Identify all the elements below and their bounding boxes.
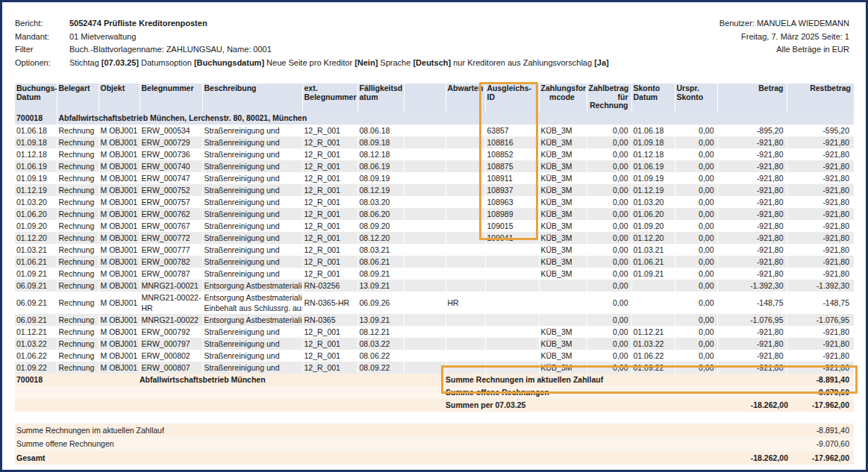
cell-faelligkeitsdatum: 08.03.21 — [357, 244, 404, 256]
cell-restbetrag: -921,80 — [787, 338, 854, 350]
cell-urspr_skonto: 0,00 — [675, 244, 717, 256]
cell-ext_belegnummer: 12_R_001 — [302, 326, 357, 338]
summary-label: Summe offene Rechnungen — [446, 386, 549, 399]
column-header-zahlbetrag: Zahlbetrag fürRechnung — [587, 84, 631, 112]
summary-label: Summe Rechnungen im aktuellen Zahllauf — [446, 374, 603, 386]
column-header-buchungsdatum: Buchungs-Datum — [15, 84, 57, 112]
cell-urspr_skonto: 0,00 — [675, 268, 717, 280]
cell-faelligkeitsdatum: 08.09.18 — [357, 136, 404, 148]
cell-ext_belegnummer: 12_R_001 — [302, 160, 357, 172]
cell-zahlbetrag: 0,00 — [587, 314, 631, 326]
cell-zahlungsformcode: KÜB_3M — [539, 172, 587, 184]
summary-restbetrag: -9.070,60 — [817, 437, 849, 451]
grand-summary-row: Summe offene Rechnungen-9.070,60 — [15, 437, 854, 451]
cell-beschreibung: Straßenreinigung und — [202, 136, 302, 148]
group-summary-row: 700018Abfallwirtschaftsbetrieb MünchenSu… — [15, 374, 854, 386]
table-row: 01.03.22RechnungM OBJ001ERW_000797Straße… — [15, 338, 854, 350]
cell-objekt: M OBJ001 — [99, 184, 140, 196]
cell-faelligkeitsdatum: 06.09.26 — [357, 292, 404, 314]
kreditorenposten-table: Buchungs-DatumBelegartObjektBelegnummerB… — [15, 84, 854, 374]
cell-zahlungsformcode: KÜB_3M — [539, 196, 587, 208]
cell-zahlungsformcode: KÜB_3M — [539, 350, 587, 362]
cell-ext_belegnummer: 12_R_001 — [302, 148, 357, 160]
cell-urspr_skonto: 0,00 — [675, 160, 717, 172]
cell-skonto_datum: 01.06.20 — [631, 208, 675, 220]
cell-restbetrag: -921,80 — [787, 268, 854, 280]
cell-betrag: -148,75 — [717, 292, 787, 314]
cell-restbetrag: -921,80 — [787, 136, 854, 148]
cell-ext_belegnummer: 12_R_001 — [302, 244, 357, 256]
cell-belegart: Rechnung — [57, 220, 99, 232]
column-header-urspr_skonto: Urspr.Skonto — [675, 84, 717, 112]
cell-ext_belegnummer: 12_R_001 — [302, 256, 357, 268]
cell-betrag: -921,80 — [717, 338, 787, 350]
cell-ext_belegnummer: 12_R_001 — [302, 172, 357, 184]
cell-betrag: -921,80 — [717, 256, 787, 268]
cell-restbetrag: -1.076,95 — [787, 314, 854, 326]
cell-betrag: -921,80 — [717, 160, 787, 172]
cell-ext_belegnummer: 12_R_001 — [302, 208, 357, 220]
cell-urspr_skonto: 0,00 — [675, 172, 717, 184]
vendor-group-nr: 700018 — [15, 112, 57, 125]
cell-buchungsdatum: 01.03.22 — [15, 338, 57, 350]
cell-belegart: Rechnung — [57, 314, 99, 326]
table-row: 01.06.18RechnungM OBJ001ERW_000534Straße… — [15, 125, 854, 136]
filter-label: Filter — [15, 43, 69, 57]
cell-urspr_skonto: 0,00 — [675, 326, 717, 338]
cell-abwarten — [446, 125, 485, 136]
cell-skonto_datum: 01.12.20 — [631, 232, 675, 244]
cell-ext_belegnummer: 12_R_001 — [302, 232, 357, 244]
cell-belegart: Rechnung — [57, 196, 99, 208]
column-header-beschreibung: Beschreibung — [202, 84, 302, 112]
cell-ausgleichs_id — [485, 256, 539, 268]
cell-zahlbetrag: 0,00 — [587, 244, 631, 256]
optionen-segment: [Deutsch] — [413, 58, 451, 67]
cell-ausgleichs_id: 108875 — [485, 160, 539, 172]
cell-skonto_datum: 01.06.21 — [631, 256, 675, 268]
optionen-value: Stichtag [07.03.25] Datumsoption [Buchun… — [69, 57, 609, 70]
cell-betrag: -921,80 — [717, 326, 787, 338]
cell-ausgleichs_id — [485, 292, 539, 314]
cell-zahlungsformcode: KÜB_3M — [539, 125, 587, 136]
cell-abwarten — [446, 256, 485, 268]
cell-betrag: -921,80 — [717, 148, 787, 160]
cell-ausgleichs_id: 109041 — [485, 232, 539, 244]
cell-belegnummer: ERW_000782 — [140, 256, 202, 268]
cell-zahlbetrag: 0,00 — [587, 184, 631, 196]
cell-faelligkeitsdatum: 08.09.20 — [357, 220, 404, 232]
vendor-group-header-row: 700018Abfallwirtschaftsbetrieb München, … — [15, 112, 854, 125]
cell-skonto_datum: 01.03.21 — [631, 244, 675, 256]
report-page: Bericht: 5052474 Prüfliste Kreditorenpos… — [0, 0, 868, 472]
cell-betrag: -921,80 — [717, 208, 787, 220]
cell-beschreibung: Straßenreinigung und — [202, 268, 302, 280]
cell-ausgleichs_id: 108963 — [485, 196, 539, 208]
cell-ext_belegnummer: 12_R_001 — [302, 268, 357, 280]
cell-faelligkeitsdatum: 13.09.21 — [357, 314, 404, 326]
cell-ext_belegnummer: 12_R_001 — [302, 196, 357, 208]
table-row: 01.09.22RechnungM OBJ001ERW_000807Straße… — [15, 362, 854, 374]
filter-value: Buch.-Blattvorlagenname: ZAHLUNGSAU, Nam… — [69, 43, 609, 57]
cell-restbetrag: -921,80 — [787, 208, 854, 220]
cell-zahlbetrag: 0,00 — [587, 232, 631, 244]
cell-betrag: -921,80 — [717, 184, 787, 196]
cell-restbetrag: -921,80 — [787, 196, 854, 208]
cell-ausgleichs_id — [485, 362, 539, 374]
cell-beschreibung: Straßenreinigung und — [202, 362, 302, 374]
benutzer-line: Benutzer: MANUELA WIEDEMANN — [719, 17, 849, 31]
cell-faelligkeitsdatum: 08.12.19 — [357, 184, 404, 196]
cell-restbetrag: -921,80 — [787, 244, 854, 256]
cell-objekt: M OBJ001 — [99, 362, 140, 374]
table-row: 01.06.19RechnungM OBJ001ERW_000740Straße… — [15, 160, 854, 172]
cell-objekt: M OBJ001 — [99, 244, 140, 256]
table-row: 01.03.21RechnungM OBJ001ERW_000777Straße… — [15, 244, 854, 256]
vendor-group-summary: 700018Abfallwirtschaftsbetrieb MünchenSu… — [15, 374, 854, 412]
column-header-restbetrag: Restbetrag — [787, 84, 854, 112]
grand-summary-row: Gesamt-18.262,00-17.962,00 — [15, 451, 854, 465]
cell-zahlungsformcode — [539, 280, 587, 292]
table-row: 01.06.20RechnungM OBJ001ERW_000762Straße… — [15, 208, 854, 220]
cell-spacer — [404, 232, 446, 244]
summary-label: Summen per 07.03.25 — [446, 399, 525, 412]
cell-spacer — [404, 172, 446, 184]
cell-faelligkeitsdatum: 08.09.21 — [357, 268, 404, 280]
column-header-belegart: Belegart — [57, 84, 99, 112]
